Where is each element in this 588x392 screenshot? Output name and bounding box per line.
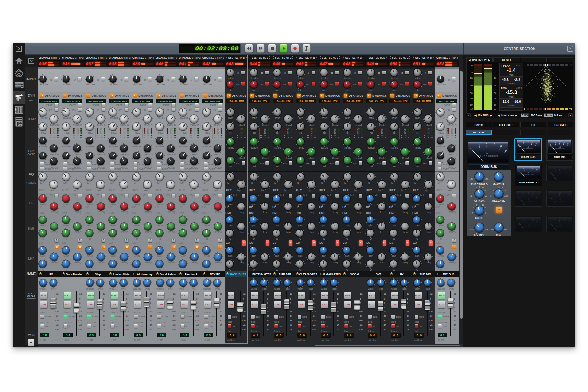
svg-text:COMPRESSION: COMPRESSION: [523, 201, 534, 202]
svg-text:20: 20: [568, 220, 570, 221]
svg-text:16: 16: [500, 145, 502, 147]
svg-text:COMPRESSION: COMPRESSION: [523, 174, 534, 175]
svg-text:20: 20: [567, 143, 569, 144]
svg-text:0: 0: [549, 196, 550, 198]
svg-text:8: 8: [554, 218, 555, 220]
svg-text:8: 8: [523, 142, 524, 143]
svg-text:COMPRESSION: COMPRESSION: [555, 201, 565, 202]
svg-text:16: 16: [563, 167, 565, 169]
svg-text:16: 16: [563, 192, 565, 194]
svg-text:12: 12: [528, 218, 529, 220]
svg-text:COMPRESSION: COMPRESSION: [555, 226, 565, 228]
svg-text:20: 20: [536, 168, 538, 170]
svg-text:20: 20: [535, 143, 537, 144]
svg-text:20: 20: [505, 149, 507, 151]
svg-text:8: 8: [554, 193, 555, 194]
svg-text:16: 16: [563, 141, 565, 143]
svg-text:8: 8: [555, 142, 556, 143]
svg-text:dB: dB: [559, 224, 561, 226]
svg-text:20: 20: [568, 169, 570, 170]
svg-text:dB: dB: [528, 224, 529, 226]
svg-text:COMPRESSION: COMPRESSION: [555, 175, 565, 177]
svg-text:COMPRESSION: COMPRESSION: [523, 226, 534, 228]
svg-text:12: 12: [528, 167, 529, 169]
svg-text:dB: dB: [559, 198, 561, 200]
svg-text:20: 20: [536, 194, 538, 196]
svg-text:12: 12: [493, 143, 495, 145]
svg-text:16: 16: [532, 218, 534, 220]
svg-text:8: 8: [486, 143, 487, 145]
svg-text:COMPRESSION: COMPRESSION: [478, 155, 498, 157]
svg-text:COMPRESSION: COMPRESSION: [555, 148, 565, 150]
svg-text:12: 12: [559, 218, 561, 220]
svg-text:dB: dB: [528, 198, 529, 200]
svg-text:dB: dB: [527, 146, 529, 148]
svg-text:12: 12: [528, 192, 529, 194]
svg-text:0: 0: [550, 144, 551, 146]
svg-text:dB: dB: [486, 152, 489, 155]
svg-text:8: 8: [523, 193, 524, 194]
svg-text:12: 12: [559, 167, 561, 169]
svg-text:16: 16: [532, 167, 534, 169]
svg-text:12: 12: [559, 192, 561, 194]
svg-text:0: 0: [549, 170, 550, 172]
svg-text:16: 16: [563, 218, 565, 220]
svg-text:8: 8: [523, 167, 524, 169]
svg-text:8: 8: [523, 218, 524, 220]
svg-text:16: 16: [531, 141, 533, 143]
svg-text:12: 12: [559, 141, 561, 143]
svg-text:0: 0: [519, 170, 519, 172]
svg-text:0: 0: [549, 221, 550, 223]
svg-text:dB: dB: [559, 173, 561, 175]
svg-text:dB: dB: [528, 172, 529, 174]
svg-text:0: 0: [518, 196, 519, 198]
svg-text:4: 4: [478, 144, 480, 146]
svg-text:dB: dB: [559, 146, 561, 148]
svg-text:20: 20: [568, 194, 570, 196]
svg-text:COMPRESSION: COMPRESSION: [523, 148, 533, 150]
svg-text:0: 0: [518, 221, 519, 223]
svg-text:0: 0: [470, 148, 471, 150]
svg-text:16: 16: [532, 192, 534, 194]
svg-text:12: 12: [527, 141, 529, 143]
svg-text:20: 20: [536, 220, 538, 221]
svg-text:0: 0: [518, 144, 519, 146]
svg-text:8: 8: [554, 167, 555, 169]
